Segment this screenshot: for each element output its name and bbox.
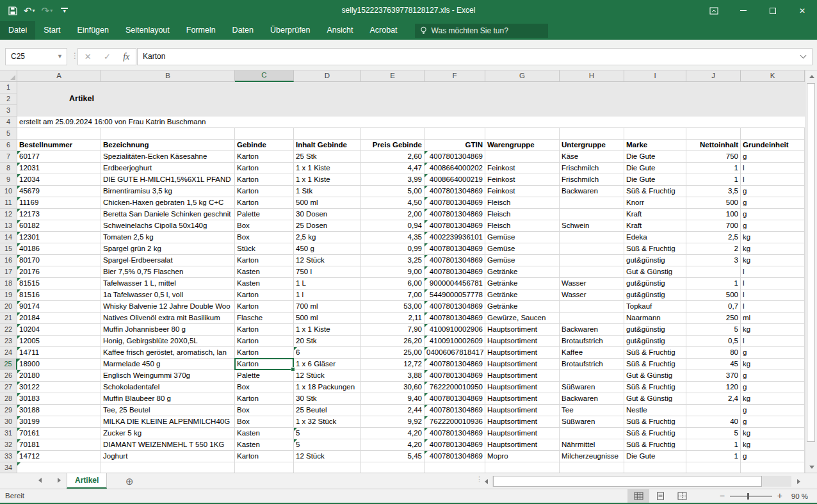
cell-D17[interactable]: 750 l xyxy=(294,266,361,278)
zoom-slider[interactable] xyxy=(730,496,772,497)
cell-E7[interactable]: 2,60 xyxy=(361,151,425,163)
cell-J30[interactable]: 40 xyxy=(686,416,741,428)
cell-J32[interactable]: 1 xyxy=(686,439,741,451)
cell-I15[interactable]: Süß & Fruchtig xyxy=(624,243,686,255)
row-header-26[interactable]: 26 xyxy=(0,370,17,382)
cell-K10[interactable]: g xyxy=(741,186,805,197)
cell-F19[interactable]: 5449000057778 xyxy=(425,289,485,301)
cell-G30[interactable]: Hauptsortiment xyxy=(485,416,560,428)
cell-D33[interactable]: 12 Stück xyxy=(294,451,361,462)
cell-K33[interactable]: g xyxy=(741,451,805,462)
row-header-24[interactable]: 24 xyxy=(0,347,17,359)
column-header-C[interactable]: C xyxy=(235,70,294,82)
zoom-level-label[interactable]: 90 % xyxy=(788,492,808,500)
row-header-34[interactable]: 34 xyxy=(0,462,17,473)
cell-E30[interactable]: 9,92 xyxy=(361,416,425,428)
redo-button[interactable]: ↷▾ xyxy=(40,4,55,17)
cell-H11[interactable] xyxy=(560,197,624,209)
cell-J14[interactable]: 2,5 xyxy=(686,232,741,243)
cell-A14[interactable]: 12301 xyxy=(17,232,101,243)
cell-F33[interactable]: 4007801304869 xyxy=(425,451,485,462)
scroll-left-button[interactable] xyxy=(481,476,491,487)
cell-H5[interactable] xyxy=(560,128,624,140)
cell-A31[interactable]: 70161 xyxy=(17,428,101,439)
cell-E28[interactable]: 9,40 xyxy=(361,393,425,405)
tab-datei[interactable]: Datei xyxy=(0,21,35,40)
cell-B19[interactable]: 1a Tafelwasser 0,5 l, voll xyxy=(101,289,235,301)
row-header-4[interactable]: 4 xyxy=(0,117,17,128)
cell-E18[interactable]: 6,00 xyxy=(361,278,425,289)
row-header-6[interactable]: 6 xyxy=(0,140,17,151)
cell-G15[interactable]: Gemüse xyxy=(485,243,560,255)
cell-H7[interactable]: Käse xyxy=(560,151,624,163)
cell-G22[interactable]: Hauptsortiment xyxy=(485,324,560,336)
cell-K25[interactable]: kg xyxy=(741,359,805,370)
cell-G11[interactable]: Fleisch xyxy=(485,197,560,209)
cell-I25[interactable]: Süß & Fruchtig xyxy=(624,359,686,370)
normal-view-button[interactable] xyxy=(627,489,649,503)
cell-A19[interactable]: 81516 xyxy=(17,289,101,301)
page-layout-view-button[interactable] xyxy=(649,489,671,503)
cell-C6[interactable]: Gebinde xyxy=(235,140,294,151)
cell-A21[interactable]: 20184 xyxy=(17,313,101,324)
cell-C24[interactable]: Karton xyxy=(235,347,294,359)
insert-function-icon[interactable]: fx xyxy=(123,52,129,62)
cell-D8[interactable]: 1 x 1 Kiste xyxy=(294,163,361,174)
cell-K6[interactable]: Grundeinheit xyxy=(741,140,805,151)
cell-E27[interactable]: 30,60 xyxy=(361,382,425,393)
cell-H6[interactable]: Untergruppe xyxy=(560,140,624,151)
cell-F24[interactable]: 04006067818417 xyxy=(425,347,485,359)
cell-F6[interactable]: GTIN xyxy=(425,140,485,151)
cell-A27[interactable]: 30122 xyxy=(17,382,101,393)
cell-J21[interactable]: 250 xyxy=(686,313,741,324)
cell-C17[interactable]: Kasten xyxy=(235,266,294,278)
cell-E17[interactable]: 9,00 xyxy=(361,266,425,278)
cell-C14[interactable]: Box xyxy=(235,232,294,243)
cell-G8[interactable]: Feinkost xyxy=(485,163,560,174)
column-header-K[interactable]: K xyxy=(741,70,805,82)
tab-daten[interactable]: Daten xyxy=(224,21,262,40)
undo-dropdown-icon[interactable]: ▾ xyxy=(33,8,35,13)
cell-G24[interactable]: Hauptsortiment xyxy=(485,347,560,359)
cell-C32[interactable]: Kasten xyxy=(235,439,294,451)
row-header-13[interactable]: 13 xyxy=(0,220,17,232)
cell-B9[interactable]: DIE GUTE H-MILCH1,5%6X1L PFAND xyxy=(101,174,235,186)
vertical-scrollbar-thumb[interactable] xyxy=(807,83,815,442)
cell-K13[interactable]: g xyxy=(741,220,805,232)
customize-qat-button[interactable]: ▾ xyxy=(57,6,70,15)
tab-ansicht[interactable]: Ansicht xyxy=(319,21,362,40)
column-header-D[interactable]: D xyxy=(294,70,361,82)
row-header-20[interactable]: 20 xyxy=(0,301,17,313)
row-header-16[interactable]: 16 xyxy=(0,255,17,266)
cell-E31[interactable]: 4,20 xyxy=(361,428,425,439)
cell-E6[interactable]: Preis Gebinde xyxy=(361,140,425,151)
cell-J17[interactable] xyxy=(686,266,741,278)
cell-C10[interactable]: Karton xyxy=(235,186,294,197)
cell-I33[interactable]: Die Gute xyxy=(624,451,686,462)
cell-I12[interactable]: Kraft xyxy=(624,209,686,220)
cell-C7[interactable]: Karton xyxy=(235,151,294,163)
name-box[interactable]: C25 ▼ xyxy=(5,48,67,65)
cell-B28[interactable]: Muffin Blaubeer 80 g xyxy=(101,393,235,405)
cell-A15[interactable]: 40186 xyxy=(17,243,101,255)
cell-K29[interactable]: g xyxy=(741,405,805,416)
cell-B20[interactable]: Whisky Balvenie 12 Jahre Double Woo xyxy=(101,301,235,313)
cell-D13[interactable]: 25 Dosen xyxy=(294,220,361,232)
row-header-9[interactable]: 9 xyxy=(0,174,17,186)
cell-G29[interactable]: Hauptsortiment xyxy=(485,405,560,416)
cell-A23[interactable]: 12005 xyxy=(17,336,101,347)
cell-H21[interactable] xyxy=(560,313,624,324)
cell-J10[interactable]: 3,5 xyxy=(686,186,741,197)
cell-G28[interactable]: Hauptsortiment xyxy=(485,393,560,405)
cell-A12[interactable]: 12173 xyxy=(17,209,101,220)
column-header-G[interactable]: G xyxy=(485,70,560,82)
cell-J23[interactable]: 0,5 xyxy=(686,336,741,347)
row-header-18[interactable]: 18 xyxy=(0,278,17,289)
cell-K15[interactable]: kg xyxy=(741,243,805,255)
cell-A32[interactable]: 70181 xyxy=(17,439,101,451)
cell-K7[interactable]: g xyxy=(741,151,805,163)
cell-D14[interactable]: 2,5 kg xyxy=(294,232,361,243)
row-header-12[interactable]: 12 xyxy=(0,209,17,220)
cell-D29[interactable]: 25 Beutel xyxy=(294,405,361,416)
cell-C9[interactable]: Karton xyxy=(235,174,294,186)
